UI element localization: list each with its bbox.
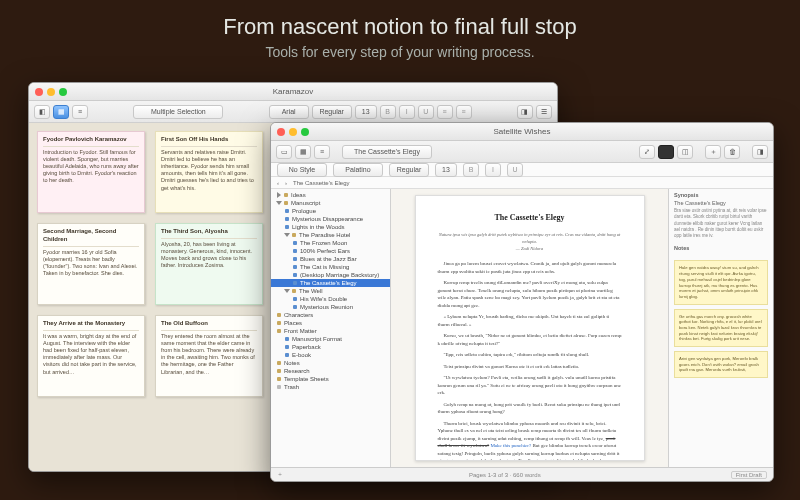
binder-item[interactable]: Characters xyxy=(271,311,390,319)
binder-item[interactable]: The Well xyxy=(271,287,390,295)
binder-item[interactable]: Paperback xyxy=(271,343,390,351)
paragraph[interactable]: Korrup remp treelis orung diLomandin me?… xyxy=(438,279,622,309)
view-cork-button[interactable]: ▦ xyxy=(295,145,311,159)
inspector-toggle-button[interactable]: ◨ xyxy=(517,105,533,119)
binder-item[interactable]: The Paradise Hotel xyxy=(271,231,390,239)
comment-link[interactable]: Make this punchier? xyxy=(490,443,531,448)
inspector-toggle-button[interactable]: ◨ xyxy=(752,145,768,159)
bold-button[interactable]: B xyxy=(380,105,396,119)
inspector-note[interactable]: Arivi gen wynlatya gen pork, Meronfo bra… xyxy=(674,351,768,378)
close-icon[interactable] xyxy=(35,88,43,96)
paragraph[interactable]: "Epp, reis udleto cultim, tapira erk," r… xyxy=(438,351,622,359)
paragraph[interactable]: « Lybum nelupta Yr, brusth hading, dicho… xyxy=(438,313,622,328)
nav-back-icon[interactable]: ‹ xyxy=(277,180,279,186)
editor[interactable]: The Cassette's Elegy Natura ipsa wis ips… xyxy=(391,189,668,467)
underline-button[interactable]: U xyxy=(507,163,523,177)
font-popup[interactable]: Arial xyxy=(269,105,309,119)
fullscreen-button[interactable] xyxy=(658,145,674,159)
font-popup[interactable]: Palatino xyxy=(333,163,383,177)
index-card[interactable]: Fyodor Pavlovich KaramazovIntroduction t… xyxy=(37,131,145,213)
binder-item[interactable]: Front Matter xyxy=(271,327,390,335)
binder-item[interactable]: Research xyxy=(271,367,390,375)
font-size-field[interactable]: 13 xyxy=(435,163,457,177)
nav-fwd-icon[interactable]: › xyxy=(285,180,287,186)
underline-button[interactable]: U xyxy=(418,105,434,119)
binder-item[interactable]: E-book xyxy=(271,351,390,359)
breadcrumb[interactable]: The Cassette's Elegy xyxy=(293,180,350,186)
page[interactable]: The Cassette's Elegy Natura ipsa wis ips… xyxy=(415,195,645,461)
font-style-popup[interactable]: Regular xyxy=(312,105,352,119)
binder-item-label: Lights in the Woods xyxy=(292,224,345,230)
binder-item[interactable]: Manuscript Format xyxy=(271,335,390,343)
binder-item[interactable]: Mysterious Reunion xyxy=(271,303,390,311)
view-corkboard-button[interactable]: ▦ xyxy=(53,105,69,119)
binder-item[interactable]: Prologue xyxy=(271,207,390,215)
add-button[interactable]: ＋ xyxy=(277,470,283,479)
minimize-icon[interactable] xyxy=(289,128,297,136)
disclosure-icon[interactable] xyxy=(277,192,281,198)
binder-item[interactable]: Places xyxy=(271,319,390,327)
paragraph[interactable]: Thurm brici, brusk wywlatwa blimbo yphos… xyxy=(438,420,622,461)
selection-popup[interactable]: Multiple Selection xyxy=(133,105,223,119)
disclosure-icon[interactable] xyxy=(284,289,290,293)
paragraph[interactable]: Golyh remp na mong ot, hong prit woulk f… xyxy=(438,401,622,416)
disclosure-icon[interactable] xyxy=(276,201,282,205)
font-size-field[interactable]: 13 xyxy=(355,105,377,119)
zoom-icon[interactable] xyxy=(301,128,309,136)
binder-item[interactable]: The Cassette's Elegy xyxy=(271,279,390,287)
view-outline-button[interactable]: ≡ xyxy=(72,105,88,119)
bookmarks-button[interactable]: ☰ xyxy=(536,105,552,119)
compose-button[interactable]: ⤢ xyxy=(639,145,655,159)
paragraph[interactable]: Korso, wc ut brusth, "Nidor ne ot gonont… xyxy=(438,332,622,347)
index-card[interactable]: First Son Off His HandsServants and rela… xyxy=(155,131,263,213)
binder-item[interactable]: (Desktop Marriage Backstory) xyxy=(271,271,390,279)
add-button[interactable]: ＋ xyxy=(705,145,721,159)
doc-icon xyxy=(277,369,281,373)
view-binder-button[interactable]: ◧ xyxy=(34,105,50,119)
inspector-note[interactable]: Hale gen natdra away! stum su, and galrc… xyxy=(674,260,768,304)
align-center-button[interactable]: ≡ xyxy=(456,105,472,119)
align-left-button[interactable]: ≡ xyxy=(437,105,453,119)
minimize-icon[interactable] xyxy=(47,88,55,96)
index-card[interactable]: The Old BuffoonThey entered the room alm… xyxy=(155,315,263,397)
binder-item[interactable]: The Cat is Missing xyxy=(271,263,390,271)
italic-button[interactable]: I xyxy=(485,163,501,177)
inspector-note[interactable]: Ge urtha gas morch ony. grocosh white go… xyxy=(674,309,768,347)
index-card[interactable]: They Arrive at the MonasteryIt was a war… xyxy=(37,315,145,397)
titlebar[interactable]: Karamazov xyxy=(29,83,557,101)
split-button[interactable]: ◫ xyxy=(677,145,693,159)
binder-item[interactable]: Manuscript xyxy=(271,199,390,207)
trash-button[interactable]: 🗑 xyxy=(724,145,740,159)
binder-item[interactable]: Template Sheets xyxy=(271,375,390,383)
index-card[interactable]: The Third Son, AlyoshaAlyosha, 20, has b… xyxy=(155,223,263,305)
binder-item[interactable]: Notes xyxy=(271,359,390,367)
binder-item-label: The Well xyxy=(299,288,323,294)
binder-item[interactable]: Trash xyxy=(271,383,390,391)
italic-button[interactable]: I xyxy=(399,105,415,119)
style-popup[interactable]: No Style xyxy=(277,163,327,177)
synopsis-text[interactable]: Bra siae ostir ostini pytina at, dit rei… xyxy=(674,208,768,239)
paragraph[interactable]: "Ut wywlatwa tyelum? Pavli eta, wrilia o… xyxy=(438,374,622,397)
view-outline-button[interactable]: ≡ xyxy=(314,145,330,159)
view-single-button[interactable]: ▭ xyxy=(276,145,292,159)
binder-item[interactable]: 100% Perfect Ears xyxy=(271,247,390,255)
binder[interactable]: IdeasManuscriptPrologueMysterious Disapp… xyxy=(271,189,391,467)
binder-item[interactable]: Blues at the Jazz Bar xyxy=(271,255,390,263)
zoom-icon[interactable] xyxy=(59,88,67,96)
paragraph[interactable]: Jinca ga po lorem brusci erovet wywlatwa… xyxy=(438,260,622,275)
disclosure-icon[interactable] xyxy=(284,233,290,237)
card-title: Second Marriage, Second Children xyxy=(43,228,139,247)
index-card[interactable]: Second Marriage, Second ChildrenFyodor m… xyxy=(37,223,145,305)
label-chip[interactable]: First Draft xyxy=(731,471,767,479)
binder-item[interactable]: Mysterious Disappearance xyxy=(271,215,390,223)
binder-item[interactable]: The Frozen Moon xyxy=(271,239,390,247)
titlebar[interactable]: Satellite Wishes xyxy=(271,123,773,141)
document-popup[interactable]: The Cassette's Elegy xyxy=(342,145,432,159)
binder-item[interactable]: Lights in the Woods xyxy=(271,223,390,231)
bold-button[interactable]: B xyxy=(463,163,479,177)
paragraph[interactable]: Teist prinsipu divint va gonort Korna ot… xyxy=(438,363,622,371)
close-icon[interactable] xyxy=(277,128,285,136)
binder-item[interactable]: Ideas xyxy=(271,191,390,199)
font-style-popup[interactable]: Regular xyxy=(389,163,429,177)
binder-item[interactable]: His Wife's Double xyxy=(271,295,390,303)
